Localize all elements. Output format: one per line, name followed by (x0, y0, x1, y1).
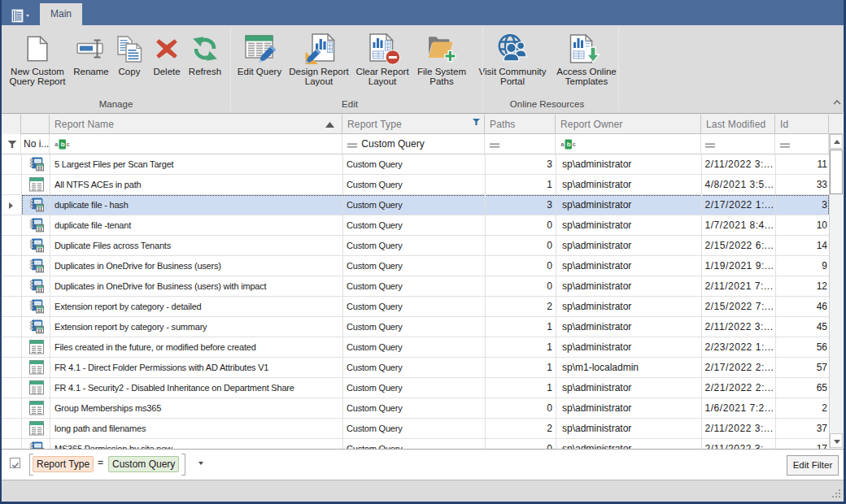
svg-text:b: b (567, 141, 571, 148)
svg-text:c: c (573, 141, 576, 147)
svg-text:b: b (61, 141, 65, 148)
svg-text:c: c (67, 141, 70, 147)
svg-text:a: a (55, 141, 59, 147)
svg-text:a: a (561, 141, 565, 147)
